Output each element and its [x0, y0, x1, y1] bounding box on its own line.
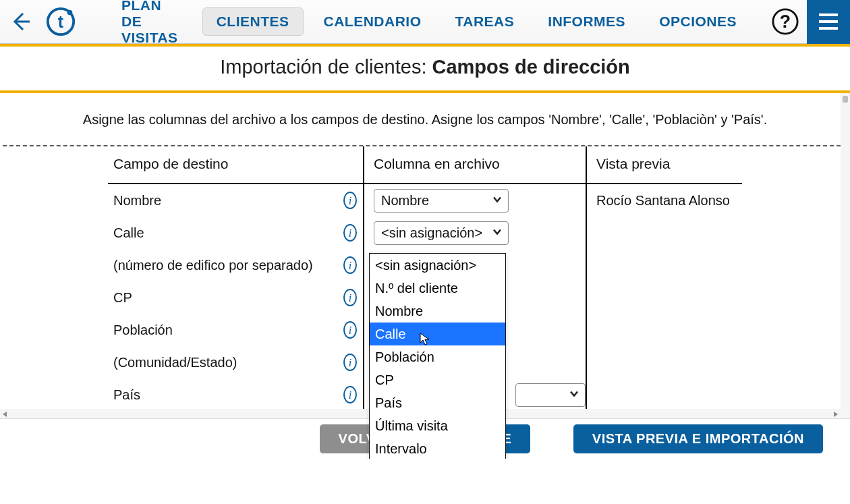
target-label: (Comunidad/Estado) — [113, 355, 237, 370]
dropdown-option[interactable]: País — [370, 391, 505, 414]
dropdown-option[interactable]: CP — [370, 368, 505, 391]
target-nombre: Nombre i — [108, 184, 364, 217]
target-label: Población — [113, 323, 173, 338]
preview-nombre: Rocío Santana Alonso — [587, 184, 742, 217]
info-icon[interactable]: i — [343, 385, 358, 405]
nav-calendario[interactable]: CALENDARIO — [310, 8, 435, 35]
svg-text:i: i — [349, 389, 351, 401]
dropdown-option-highlighted[interactable]: Calle — [370, 323, 505, 345]
nav-opciones[interactable]: OPCIONES — [646, 8, 750, 35]
top-nav-bar: t PLAN DE VISITAS CLIENTES CALENDARIO TA… — [0, 0, 850, 44]
dropdown-option[interactable]: Nombre — [370, 300, 505, 323]
dropdown-option[interactable]: Última visita — [370, 414, 505, 437]
nav-tareas[interactable]: TAREAS — [442, 8, 528, 35]
target-poblacion: Población i — [108, 314, 364, 346]
target-pais: País i — [108, 379, 364, 411]
svg-text:i: i — [349, 227, 351, 239]
svg-text:i: i — [349, 357, 351, 368]
menu-button[interactable] — [807, 0, 850, 44]
target-estado: (Comunidad/Estado) i — [108, 346, 364, 379]
target-label: CP — [113, 290, 132, 306]
preview-calle — [587, 217, 742, 249]
select-calle[interactable]: <sin asignación> — [374, 221, 509, 245]
svg-text:?: ? — [780, 11, 791, 32]
svg-text:i: i — [349, 195, 351, 206]
nav-clientes[interactable]: CLIENTES — [202, 7, 304, 36]
select-nombre[interactable]: Nombre — [374, 189, 509, 213]
info-icon[interactable]: i — [343, 256, 358, 275]
header-column: Columna en archivo — [364, 146, 587, 184]
header-target: Campo de destino — [108, 146, 364, 184]
info-icon[interactable]: i — [343, 320, 358, 340]
chevron-down-icon — [569, 387, 579, 403]
preview-estado — [587, 346, 742, 379]
target-calle: Calle i — [108, 217, 364, 249]
column-dropdown[interactable]: <sin asignación> N.º del cliente Nombre … — [369, 253, 506, 459]
preview-edificio — [587, 249, 742, 281]
main-nav: PLAN DE VISITAS CLIENTES CALENDARIO TARE… — [81, 0, 764, 51]
vertical-scrollbar[interactable] — [841, 93, 850, 418]
page-title-prefix: Importación de clientes: — [220, 56, 432, 78]
svg-text:i: i — [349, 260, 351, 271]
preview-import-button[interactable]: VISTA PREVIA E IMPORTACIÓN — [573, 424, 823, 453]
column-select-nombre: Nombre — [364, 184, 587, 217]
svg-text:t: t — [58, 12, 63, 31]
preview-poblacion — [587, 314, 742, 346]
preview-pais — [587, 379, 742, 411]
arrow-left-icon — [9, 11, 31, 32]
body-area: Asigne las columnas del archivo a los ca… — [0, 93, 850, 459]
help-icon: ? — [771, 7, 799, 36]
svg-text:i: i — [349, 325, 351, 336]
instructions-text: Asigne las columnas del archivo a los ca… — [0, 93, 850, 145]
chevron-down-icon — [492, 193, 503, 208]
dropdown-option[interactable]: N.º del cliente — [370, 277, 505, 300]
preview-cp — [587, 281, 742, 314]
back-arrow-button[interactable] — [0, 11, 40, 32]
column-select-calle: <sin asignación> — [364, 217, 587, 249]
select-value: <sin asignación> — [381, 225, 482, 241]
page-title-bold: Campos de dirección — [432, 56, 630, 78]
target-edificio: (número de edifico por separado) i — [108, 249, 364, 281]
target-label: Nombre — [113, 193, 161, 208]
info-icon[interactable]: i — [343, 191, 358, 211]
dropdown-option[interactable]: Población — [370, 345, 505, 368]
nav-plan-de-visitas[interactable]: PLAN DE VISITAS — [108, 0, 196, 51]
svg-point-2 — [67, 10, 73, 16]
dropdown-option[interactable]: <sin asignación> — [370, 254, 505, 277]
nav-informes[interactable]: INFORMES — [534, 8, 639, 35]
header-preview: Vista previa — [587, 146, 742, 184]
select-pais[interactable] — [515, 383, 586, 407]
hamburger-icon — [816, 9, 841, 34]
info-icon[interactable]: i — [343, 288, 358, 308]
app-logo: t — [40, 6, 81, 37]
target-label: País — [113, 387, 140, 403]
chevron-down-icon — [492, 225, 503, 241]
help-button[interactable]: ? — [764, 7, 807, 36]
target-label: Calle — [113, 225, 144, 241]
select-value: Nombre — [381, 193, 429, 208]
svg-text:i: i — [349, 292, 351, 304]
target-label: (número de edifico por separado) — [113, 258, 313, 273]
page-title: Importación de clientes: Campos de direc… — [0, 56, 850, 78]
target-cp: CP i — [108, 281, 364, 314]
dropdown-option[interactable]: Intervalo — [370, 437, 505, 459]
info-icon[interactable]: i — [343, 223, 358, 243]
info-icon[interactable]: i — [343, 353, 358, 372]
